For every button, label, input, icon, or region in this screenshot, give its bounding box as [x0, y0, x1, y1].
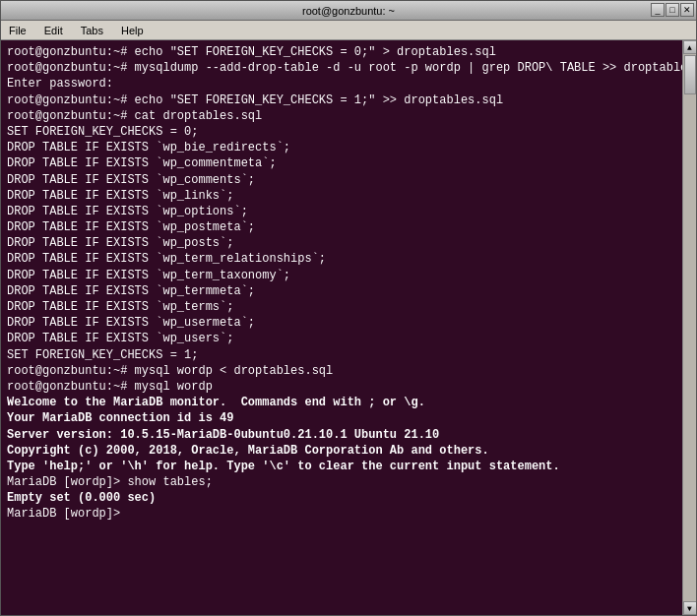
- terminal-line: Server version: 10.5.15-MariaDB-0ubuntu0…: [7, 427, 666, 443]
- menu-help[interactable]: Help: [117, 23, 148, 38]
- terminal-window: root@gonzbuntu: ~ _ □ ✕ File Edit Tabs H…: [0, 0, 697, 616]
- title-bar: root@gonzbuntu: ~ _ □ ✕: [1, 1, 696, 21]
- scroll-down-button[interactable]: ▼: [683, 601, 697, 615]
- terminal-line: DROP TABLE IF EXISTS `wp_links`;: [7, 188, 666, 204]
- terminal-line: DROP TABLE IF EXISTS `wp_postmeta`;: [7, 219, 666, 235]
- terminal-line: Empty set (0.000 sec): [7, 490, 666, 506]
- scroll-up-button[interactable]: ▲: [683, 40, 697, 54]
- scrollbar[interactable]: ▲ ▼: [682, 40, 696, 615]
- terminal-line: DROP TABLE IF EXISTS `wp_commentmeta`;: [7, 155, 666, 171]
- terminal-line: root@gonzbuntu:~# mysql wordp: [7, 379, 666, 395]
- terminal-line: DROP TABLE IF EXISTS `wp_bie_redirects`;: [7, 140, 666, 155]
- terminal-line: DROP TABLE IF EXISTS `wp_posts`;: [7, 235, 666, 251]
- terminal-line: MariaDB [wordp]> show tables;: [7, 474, 666, 490]
- window-title: root@gonzbuntu: ~: [302, 5, 395, 17]
- maximize-button[interactable]: □: [665, 3, 679, 17]
- menu-file[interactable]: File: [5, 23, 31, 38]
- terminal-line: root@gonzbuntu:~# mysql wordp < droptabl…: [7, 363, 666, 379]
- terminal-line: root@gonzbuntu:~# echo "SET FOREIGN_KEY_…: [7, 44, 666, 60]
- terminal-line: SET FOREIGN_KEY_CHECKS = 0;: [7, 124, 666, 140]
- terminal-line: Enter password:: [7, 76, 666, 92]
- close-button[interactable]: ✕: [680, 3, 694, 17]
- terminal-line: DROP TABLE IF EXISTS `wp_users`;: [7, 331, 666, 346]
- minimize-button[interactable]: _: [651, 3, 665, 17]
- terminal-line: Your MariaDB connection id is 49: [7, 410, 666, 426]
- terminal-wrapper: root@gonzbuntu:~# echo "SET FOREIGN_KEY_…: [1, 40, 696, 615]
- terminal-line: DROP TABLE IF EXISTS `wp_options`;: [7, 204, 666, 219]
- menu-tabs[interactable]: Tabs: [77, 23, 107, 38]
- terminal-line: root@gonzbuntu:~# mysqldump --add-drop-t…: [7, 60, 666, 76]
- terminal-line: MariaDB [wordp]>: [7, 506, 666, 522]
- terminal-line: Type 'help;' or '\h' for help. Type '\c'…: [7, 459, 666, 474]
- terminal-line: Welcome to the MariaDB monitor. Commands…: [7, 395, 666, 410]
- terminal-line: SET FOREIGN_KEY_CHECKS = 1;: [7, 347, 666, 363]
- menu-bar: File Edit Tabs Help: [1, 21, 696, 40]
- scroll-thumb[interactable]: [684, 55, 696, 94]
- scroll-track: [683, 54, 697, 601]
- menu-edit[interactable]: Edit: [40, 23, 67, 38]
- window-controls: _ □ ✕: [651, 3, 694, 17]
- terminal[interactable]: root@gonzbuntu:~# echo "SET FOREIGN_KEY_…: [1, 40, 682, 615]
- terminal-line: DROP TABLE IF EXISTS `wp_term_relationsh…: [7, 251, 666, 267]
- terminal-line: root@gonzbuntu:~# echo "SET FOREIGN_KEY_…: [7, 92, 666, 108]
- terminal-line: root@gonzbuntu:~# cat droptables.sql: [7, 108, 666, 124]
- terminal-line: Copyright (c) 2000, 2018, Oracle, MariaD…: [7, 443, 666, 459]
- terminal-line: DROP TABLE IF EXISTS `wp_comments`;: [7, 172, 666, 188]
- terminal-line: DROP TABLE IF EXISTS `wp_termmeta`;: [7, 283, 666, 299]
- terminal-line: DROP TABLE IF EXISTS `wp_terms`;: [7, 299, 666, 315]
- terminal-line: DROP TABLE IF EXISTS `wp_term_taxonomy`;: [7, 268, 666, 283]
- terminal-line: DROP TABLE IF EXISTS `wp_usermeta`;: [7, 315, 666, 331]
